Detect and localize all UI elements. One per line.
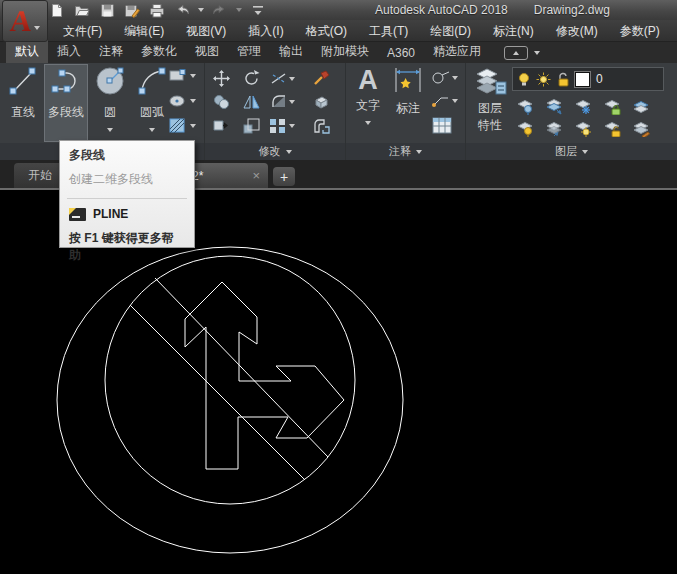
menu-insert[interactable]: 插入(I) <box>237 20 294 42</box>
layer-previous-icon[interactable] <box>545 120 563 137</box>
ribbon-tab-view[interactable]: 视图 <box>186 40 228 63</box>
close-tab-icon[interactable]: × <box>252 168 260 183</box>
hatch-tool[interactable] <box>168 117 196 135</box>
multileader-tool[interactable] <box>432 95 458 107</box>
layer-make-current-icon[interactable] <box>545 98 563 115</box>
mirror-tool[interactable] <box>243 94 260 110</box>
menu-modify[interactable]: 修改(M) <box>545 20 609 42</box>
rectangle-icon <box>168 69 188 83</box>
menu-edit[interactable]: 编辑(E) <box>113 20 175 42</box>
dimension-button[interactable]: 标注 <box>390 65 426 141</box>
ribbon-tab-bar: 默认 插入 注释 参数化 视图 管理 输出 附加模块 A360 精选应用 <box>0 42 677 63</box>
ribbon-tab-parametric[interactable]: 参数化 <box>132 40 186 63</box>
tooltip-divider <box>67 198 187 199</box>
redo-dropdown-icon[interactable] <box>236 8 242 12</box>
ribbon-tab-manage[interactable]: 管理 <box>228 40 270 63</box>
menu-format[interactable]: 格式(O) <box>295 20 358 42</box>
menu-view[interactable]: 视图(V) <box>175 20 237 42</box>
layer-thaw-all-icon[interactable] <box>574 120 592 137</box>
layer-unisolate-icon[interactable] <box>516 120 534 137</box>
fillet-tool[interactable] <box>271 94 295 109</box>
layer-unlock-icon <box>557 72 569 87</box>
undo-dropdown-icon[interactable] <box>198 8 204 12</box>
undo-icon[interactable] <box>173 1 191 19</box>
layer-properties-button[interactable]: 图层 特性 <box>470 65 510 141</box>
trim-dropdown-icon[interactable] <box>289 77 295 81</box>
arc-icon <box>135 65 169 99</box>
new-file-icon[interactable] <box>48 1 66 19</box>
arc-dropdown-icon[interactable] <box>149 128 155 132</box>
open-file-icon[interactable] <box>73 1 91 19</box>
new-drawing-tab-button[interactable]: + <box>273 167 295 186</box>
stretch-tool[interactable] <box>213 118 230 133</box>
polyline-tooltip: 多段线 创建二维多段线 PLINE 按 F1 键获得更多帮助 <box>59 140 195 248</box>
quick-access-toolbar <box>48 0 267 20</box>
ellipse-dropdown-icon[interactable] <box>190 99 196 103</box>
offset-tool[interactable] <box>313 118 330 134</box>
table-tool[interactable] <box>432 117 452 135</box>
explode-tool[interactable] <box>313 94 330 110</box>
layer-isolate-icon[interactable] <box>516 98 534 115</box>
qat-customize-icon[interactable] <box>249 1 267 19</box>
fillet-dropdown-icon[interactable] <box>289 100 295 104</box>
trim-tool[interactable] <box>271 72 295 85</box>
arc-button[interactable]: 圆弧 <box>131 65 173 141</box>
layer-unlock-all-icon[interactable] <box>603 120 621 137</box>
match-properties-tool[interactable] <box>313 70 330 86</box>
layer-lock-icon[interactable] <box>603 98 621 115</box>
line-icon <box>7 65 39 99</box>
ribbon-tab-home[interactable]: 默认 <box>6 40 48 63</box>
save-icon[interactable] <box>98 1 116 19</box>
application-menu-button[interactable]: A <box>2 0 48 42</box>
layer-freeze-icon[interactable] <box>574 98 592 115</box>
ribbon-minimize-button[interactable] <box>504 46 528 60</box>
modify-panel-label[interactable]: 修改 <box>205 143 345 160</box>
menu-file[interactable]: 文件(F) <box>52 20 113 42</box>
rectangle-tool[interactable] <box>168 69 196 83</box>
layer-tools-row-2 <box>516 120 650 137</box>
menu-parametric[interactable]: 参数(P) <box>609 20 671 42</box>
polyline-button[interactable]: 多段线 <box>45 65 87 141</box>
copy-tool[interactable] <box>213 94 230 110</box>
layer-match-icon[interactable] <box>632 98 650 115</box>
layer-panel-label[interactable]: 图层 <box>466 143 677 160</box>
ribbon-minimize-dropdown-icon[interactable] <box>534 51 540 55</box>
ribbon-tab-annotate[interactable]: 注释 <box>90 40 132 63</box>
ribbon-tab-output[interactable]: 输出 <box>270 40 312 63</box>
array-tool[interactable] <box>269 118 295 134</box>
scale-tool[interactable] <box>243 118 260 134</box>
move-tool[interactable] <box>213 70 230 87</box>
leader-tool[interactable] <box>432 71 458 85</box>
menu-dimension[interactable]: 标注(N) <box>482 20 545 42</box>
redo-icon[interactable] <box>211 1 229 19</box>
rotate-tool[interactable] <box>243 70 260 87</box>
layer-select-dropdown[interactable]: 0 <box>512 67 664 91</box>
line-button[interactable]: 直线 <box>2 65 44 141</box>
multileader-dropdown-icon[interactable] <box>452 99 458 103</box>
leader-dropdown-icon[interactable] <box>452 76 458 80</box>
rectangle-dropdown-icon[interactable] <box>190 74 196 78</box>
text-dropdown-icon[interactable] <box>365 121 371 125</box>
annotate-panel-label[interactable]: 注释 <box>346 143 465 160</box>
modify-panel-expand-icon <box>286 150 292 154</box>
circle-button[interactable]: 圆 <box>89 65 131 141</box>
autocad-logo-icon: A <box>9 6 33 36</box>
plot-icon[interactable] <box>148 1 166 19</box>
save-as-icon[interactable] <box>123 1 141 19</box>
layer-change-icon[interactable] <box>632 120 650 137</box>
ribbon-tab-addins[interactable]: 附加模块 <box>312 40 378 63</box>
ellipse-tool[interactable] <box>168 94 196 108</box>
array-dropdown-icon[interactable] <box>289 124 295 128</box>
ribbon-tab-featured-apps[interactable]: 精选应用 <box>424 40 490 63</box>
hatch-dropdown-icon[interactable] <box>190 124 196 128</box>
circle-dropdown-icon[interactable] <box>107 128 113 132</box>
text-button[interactable]: A 文字 <box>350 65 386 141</box>
multileader-icon <box>432 95 450 107</box>
circle-icon <box>93 65 127 99</box>
menu-tools[interactable]: 工具(T) <box>358 20 419 42</box>
rotate-icon <box>243 70 260 87</box>
dimension-label: 标注 <box>390 100 426 117</box>
menu-draw[interactable]: 绘图(D) <box>419 20 482 42</box>
ribbon-tab-insert[interactable]: 插入 <box>48 40 90 63</box>
ribbon-tab-a360[interactable]: A360 <box>378 43 424 63</box>
